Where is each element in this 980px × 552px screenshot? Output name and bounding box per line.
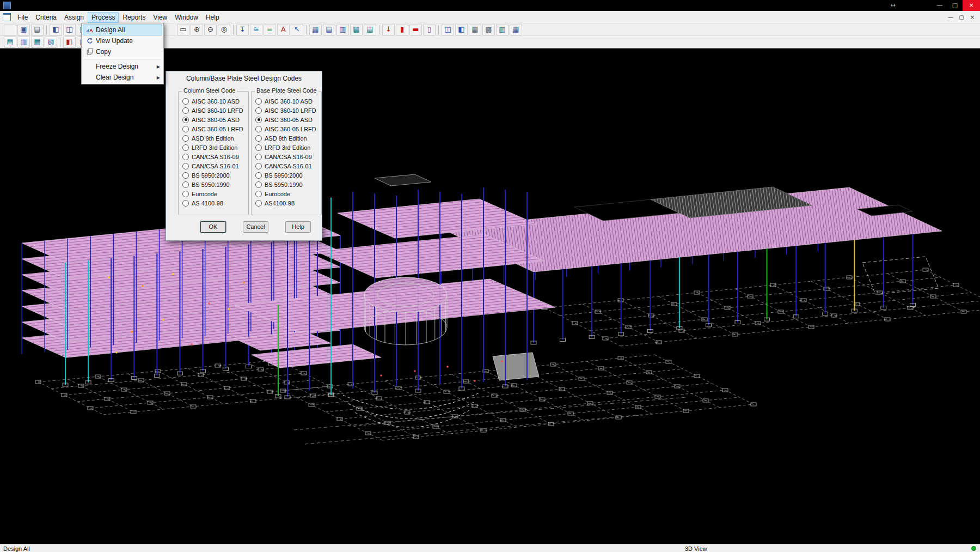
radio-aisc-360-10-asd[interactable]: AISC 360-10 ASD — [179, 96, 248, 106]
radio-button — [182, 126, 189, 132]
radio-aisc-360-05-lrfd[interactable]: AISC 360-05 LRFD — [252, 124, 321, 134]
process-menu-clear-design[interactable]: Clear Design▶ — [83, 72, 162, 83]
radio-asd-9th-edition[interactable]: ASD 9th Edition — [179, 134, 248, 143]
column-base-icon[interactable]: ◧ — [455, 24, 468, 35]
radio-can-csa-s16-09[interactable]: CAN/CSA S16-09 — [179, 152, 248, 161]
radio-can-csa-s16-01[interactable]: CAN/CSA S16-01 — [179, 161, 248, 171]
mdi-restore-button[interactable]: ▢ — [956, 14, 967, 20]
mat-grid-icon[interactable]: ▩ — [482, 24, 495, 35]
menu-items: FileCriteriaAssignProcessReportsViewWind… — [14, 11, 223, 23]
maximize-button[interactable]: ▢ — [947, 0, 963, 11]
radio-aisc-360-10-lrfd[interactable]: AISC 360-10 LRFD — [179, 106, 248, 115]
brace-design-icon[interactable]: ▧ — [45, 37, 57, 48]
purple-panel-icon[interactable]: ▯ — [423, 24, 436, 35]
beam-design-icon[interactable]: ▤ — [4, 37, 16, 48]
radio-button — [182, 163, 189, 169]
radio-aisc-360-05-asd[interactable]: AISC 360-05 ASD — [252, 115, 321, 124]
select-rect-icon[interactable]: ▭ — [177, 24, 189, 35]
radio-button — [255, 172, 262, 179]
ok-button[interactable]: OK — [200, 221, 226, 233]
radio-can-csa-s16-01[interactable]: CAN/CSA S16-01 — [252, 161, 321, 171]
radio-eurocode[interactable]: Eurocode — [179, 189, 248, 198]
minimize-button[interactable]: — — [932, 0, 947, 11]
zoom-out-icon[interactable]: ⊖ — [204, 24, 217, 35]
beam-grid-icon[interactable]: ▤ — [323, 24, 335, 35]
radio-button — [182, 181, 189, 188]
menu-item-label: Copy — [96, 48, 111, 56]
menu-separator — [84, 59, 161, 59]
radio-label: BS 5950:1990 — [265, 181, 303, 188]
joist-design-icon[interactable]: ▦ — [31, 37, 44, 48]
mdi-close-button[interactable]: × — [967, 14, 978, 20]
process-menu-copy[interactable]: Copy — [83, 46, 162, 57]
mesh-grid-icon[interactable]: ▤ — [364, 24, 376, 35]
radio-asd-9th-edition[interactable]: ASD 9th Edition — [252, 134, 321, 143]
red-slab-icon[interactable]: ▬ — [409, 24, 422, 35]
process-menu-view-update[interactable]: View Update — [83, 35, 162, 46]
soil-layers-icon[interactable]: ≡ — [264, 24, 276, 35]
menu-assign[interactable]: Assign — [60, 12, 88, 23]
app-icon[interactable] — [3, 2, 11, 9]
menu-file[interactable]: File — [14, 12, 32, 23]
print-icon[interactable]: ▤ — [31, 24, 44, 35]
radio-as-4100-98[interactable]: AS 4100-98 — [179, 198, 248, 208]
radio-aisc-360-10-asd[interactable]: AISC 360-10 ASD — [252, 96, 321, 106]
menu-window[interactable]: Window — [171, 12, 202, 23]
red-beam-icon[interactable]: ▮ — [396, 24, 408, 35]
resize-arrows-icon[interactable]: ↔ — [885, 0, 901, 11]
plan-view-icon[interactable]: ◫ — [63, 24, 76, 35]
menu-process[interactable]: Process — [88, 12, 119, 23]
process-menu-freeze-design[interactable]: Freeze Design▶ — [83, 61, 162, 72]
radio-button — [255, 163, 262, 169]
column-load-icon[interactable]: ↓ — [382, 24, 395, 35]
menu-help[interactable]: Help — [202, 12, 223, 23]
cancel-button[interactable]: Cancel — [243, 221, 268, 233]
close-button[interactable]: × — [963, 0, 980, 11]
radio-bs-5950-2000[interactable]: BS 5950:2000 — [179, 171, 248, 180]
column-section-icon[interactable]: ◫ — [442, 24, 454, 35]
radio-button — [255, 135, 262, 142]
radio-eurocode[interactable]: Eurocode — [252, 189, 321, 198]
radio-bs-5950-2000[interactable]: BS 5950:2000 — [252, 171, 321, 180]
radio-bs-5950-1990[interactable]: BS 5950:1990 — [179, 180, 248, 189]
radio-button — [182, 98, 189, 105]
pointer-icon[interactable]: ↖ — [291, 24, 303, 35]
group-label: Base Plate Steel Code — [255, 87, 318, 94]
load-arrow-icon[interactable]: ↧ — [236, 24, 249, 35]
menu-criteria[interactable]: Criteria — [32, 12, 60, 23]
help-button[interactable]: Help — [285, 221, 311, 233]
water-table-icon[interactable]: ≋ — [250, 24, 262, 35]
zoom-window-icon[interactable]: ◎ — [218, 24, 230, 35]
mdi-minimize-button[interactable]: — — [945, 14, 956, 20]
design-check-icon[interactable]: ◧ — [63, 37, 76, 48]
save-icon[interactable]: ▣ — [17, 24, 30, 35]
footing-grid-icon[interactable]: ▦ — [469, 24, 481, 35]
radio-can-csa-s16-09[interactable]: CAN/CSA S16-09 — [252, 152, 321, 161]
table-icon[interactable]: ▦ — [510, 24, 522, 35]
group-label: Column Steel Code — [182, 87, 237, 94]
deck-grid-icon[interactable]: ▥ — [336, 24, 349, 35]
dimension-icon[interactable]: A — [277, 24, 290, 35]
column-design-icon[interactable]: ▥ — [17, 37, 30, 48]
radio-lrfd-3rd-edition[interactable]: LRFD 3rd Edition — [179, 143, 248, 152]
radio-aisc-360-10-lrfd[interactable]: AISC 360-10 LRFD — [252, 106, 321, 115]
viewport-3d[interactable] — [0, 48, 980, 544]
slab-grid-icon[interactable]: ▦ — [350, 24, 363, 35]
radio-aisc-360-05-lrfd[interactable]: AISC 360-05 LRFD — [179, 124, 248, 134]
document-icon[interactable] — [3, 13, 11, 21]
radio-as4100-98[interactable]: AS4100-98 — [252, 198, 321, 208]
joist-grid-icon[interactable]: ▦ — [309, 24, 322, 35]
view-update-icon — [84, 37, 96, 45]
wall-panel-icon[interactable]: ▥ — [496, 24, 509, 35]
menu-view[interactable]: View — [149, 12, 171, 23]
radio-button — [255, 144, 262, 151]
radio-aisc-360-05-asd[interactable]: AISC 360-05 ASD — [179, 115, 248, 124]
toolbar-separator — [233, 25, 234, 34]
elevation-view-icon[interactable]: ◧ — [50, 24, 62, 35]
radio-bs-5950-1990[interactable]: BS 5950:1990 — [252, 180, 321, 189]
new-model-icon[interactable]: ▢ — [4, 24, 16, 35]
process-menu-design-all[interactable]: dADesign All — [83, 25, 162, 35]
zoom-in-icon[interactable]: ⊕ — [191, 24, 203, 35]
radio-lrfd-3rd-edition[interactable]: LRFD 3rd Edition — [252, 143, 321, 152]
menu-reports[interactable]: Reports — [119, 12, 149, 23]
